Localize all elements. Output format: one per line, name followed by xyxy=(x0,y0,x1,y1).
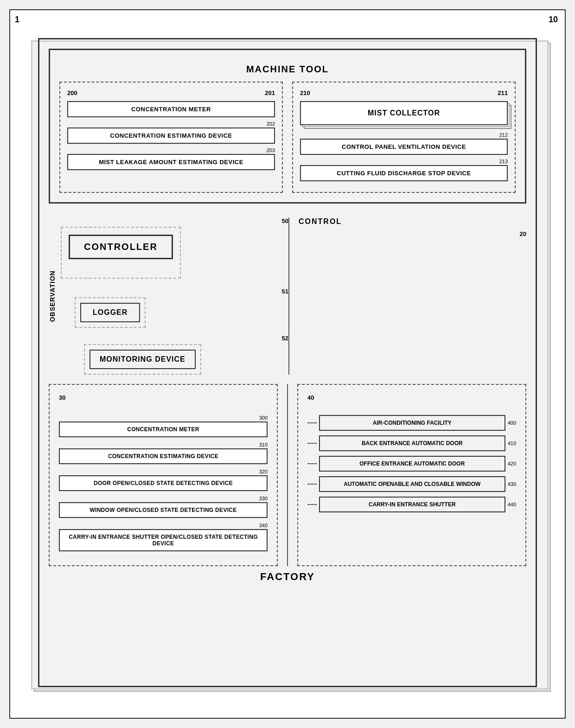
ref-40: 40 xyxy=(307,394,314,401)
ref-202-label: 202 xyxy=(67,121,275,127)
control-label: CONTROL xyxy=(299,217,526,226)
room-30: 30 300 CONCENTRATION METER 310 CONCENTRA… xyxy=(49,384,278,566)
automatic-openable-box: AUTOMATIC OPENABLE AND CLOSABLE WINDOW xyxy=(319,476,505,492)
machine-tool-label: MACHINE TOOL xyxy=(59,64,516,75)
door-open-closed-box: DOOR OPEN/CLOSED STATE DETECTING DEVICE xyxy=(59,475,268,491)
r40-dash-440 xyxy=(307,504,317,505)
cutting-fluid-discharge-box: CUTTING FLUID DISCHARGE STOP DEVICE xyxy=(300,165,508,181)
mist-collector-stack: MIST COLLECTOR xyxy=(300,101,508,125)
ref-310-label: 310 xyxy=(59,442,268,447)
ref-30: 30 xyxy=(59,394,65,401)
ref-211: 211 xyxy=(498,89,508,96)
room40-header: 40 xyxy=(307,394,516,408)
ref-10: 10 xyxy=(549,15,558,25)
mist-leakage-box: MIST LEAKAGE AMOUNT ESTIMATING DEVICE xyxy=(67,154,275,170)
carry-in-entrance-box: CARRY-IN ENTRANCE SHUTTER OPEN/CLOSED ST… xyxy=(59,529,268,551)
ref-300-label: 300 xyxy=(59,415,268,421)
ref-212-label: 212 xyxy=(300,132,508,138)
ref-210: 210 xyxy=(300,89,310,96)
mt-left-col: 200 201 CONCENTRATION METER 202 CONCENTR… xyxy=(59,82,283,193)
outer-stack: MACHINE TOOL 200 201 CONCENTRATION METER… xyxy=(29,38,546,687)
mt-right-col: 210 211 MIST COLLECTOR 212 CONTROL PANEL… xyxy=(292,82,516,193)
ref-1: 1 xyxy=(15,15,19,25)
ref-410-label: 410 xyxy=(508,441,516,446)
ref-52-label: 52 xyxy=(84,335,288,342)
room30-header: 30 xyxy=(59,394,268,408)
logger-dashed-area: LOGGER xyxy=(75,297,146,328)
vertical-divider xyxy=(288,217,289,375)
control-panel-ventilation-box: CONTROL PANEL VENTILATION DEVICE xyxy=(300,139,508,155)
ref-330-label: 330 xyxy=(59,496,268,501)
machine-tool-columns: 200 201 CONCENTRATION METER 202 CONCENTR… xyxy=(59,82,516,193)
ref-400-label: 400 xyxy=(508,420,516,426)
ref-203-label: 203 xyxy=(67,147,275,153)
factory-label: FACTORY xyxy=(49,571,526,583)
carry-in-shutter-box: CARRY-IN ENTRANCE SHUTTER xyxy=(319,497,505,512)
mist-collector-box: MIST COLLECTOR xyxy=(300,101,508,125)
r40-dash-420 xyxy=(307,463,317,464)
ref-201: 201 xyxy=(265,89,275,96)
observation-label: OBSERVATION xyxy=(49,270,56,322)
air-conditioning-row: AIR-CONDITIONING FACILITY 400 xyxy=(307,415,516,431)
control-side: CONTROL 20 xyxy=(289,217,526,237)
window-open-closed-box: WINDOW OPEN/CLOSED STATE DETECTING DEVIC… xyxy=(59,502,268,518)
concentration-estimating-30-box: CONCENTRATION ESTIMATING DEVICE xyxy=(59,448,268,464)
ref-320-label: 320 xyxy=(59,469,268,474)
ref-213-label: 213 xyxy=(300,159,508,164)
monitoring-section: 52 MONITORING DEVICE xyxy=(84,335,288,375)
r40-dash-410 xyxy=(307,443,317,444)
ref-430-label: 430 xyxy=(508,481,516,487)
ref-51-label: 51 xyxy=(75,288,288,295)
controller-column: 50 CONTROLLER 51 LOGGER 52 MO xyxy=(61,217,288,375)
bottom-vertical-divider xyxy=(287,384,288,566)
ref-440-label: 440 xyxy=(508,502,516,507)
factory-container: MACHINE TOOL 200 201 CONCENTRATION METER… xyxy=(38,38,537,687)
monitoring-dashed-area: MONITORING DEVICE xyxy=(84,344,201,375)
bottom-section: 30 300 CONCENTRATION METER 310 CONCENTRA… xyxy=(49,384,526,566)
office-entrance-row: OFFICE ENTRANCE AUTOMATIC DOOR 420 xyxy=(307,456,516,472)
concentration-meter-mt-box: CONCENTRATION METER xyxy=(67,101,275,117)
ref-420-label: 420 xyxy=(508,461,516,466)
ref-200: 200 xyxy=(67,89,77,96)
ref-340-label: 340 xyxy=(59,523,268,528)
concentration-estimating-mt-box: CONCENTRATION ESTIMATING DEVICE xyxy=(67,128,275,144)
monitoring-box: MONITORING DEVICE xyxy=(89,350,196,369)
air-conditioning-box: AIR-CONDITIONING FACILITY xyxy=(319,415,505,431)
r40-dash-400 xyxy=(307,422,317,423)
office-entrance-box: OFFICE ENTRANCE AUTOMATIC DOOR xyxy=(319,456,505,472)
concentration-meter-30-box: CONCENTRATION METER xyxy=(59,421,268,437)
room-40: 40 AIR-CONDITIONING FACILITY 400 BACK EN… xyxy=(297,384,526,566)
back-entrance-box: BACK ENTRANCE AUTOMATIC DOOR xyxy=(319,435,505,451)
logger-box: LOGGER xyxy=(80,303,140,322)
ref-20-label: 20 xyxy=(299,230,526,237)
controller-box: CONTROLLER xyxy=(69,235,173,259)
carry-in-shutter-row: CARRY-IN ENTRANCE SHUTTER 440 xyxy=(307,497,516,512)
middle-section: OBSERVATION 50 CONTROLLER 51 LOGGER xyxy=(49,217,526,375)
machine-tool-area: MACHINE TOOL 200 201 CONCENTRATION METER… xyxy=(49,49,526,204)
logger-section: 51 LOGGER xyxy=(75,288,288,335)
controller-dashed-area: CONTROLLER xyxy=(61,227,181,279)
automatic-openable-row: AUTOMATIC OPENABLE AND CLOSABLE WINDOW 4… xyxy=(307,476,516,492)
ref-50-label: 50 xyxy=(61,217,288,224)
page: 1 10 MACHINE TOOL 200 201 CONCENTRATION … xyxy=(9,9,566,719)
r40-dash-430 xyxy=(307,484,317,485)
back-entrance-row: BACK ENTRANCE AUTOMATIC DOOR 410 xyxy=(307,435,516,451)
